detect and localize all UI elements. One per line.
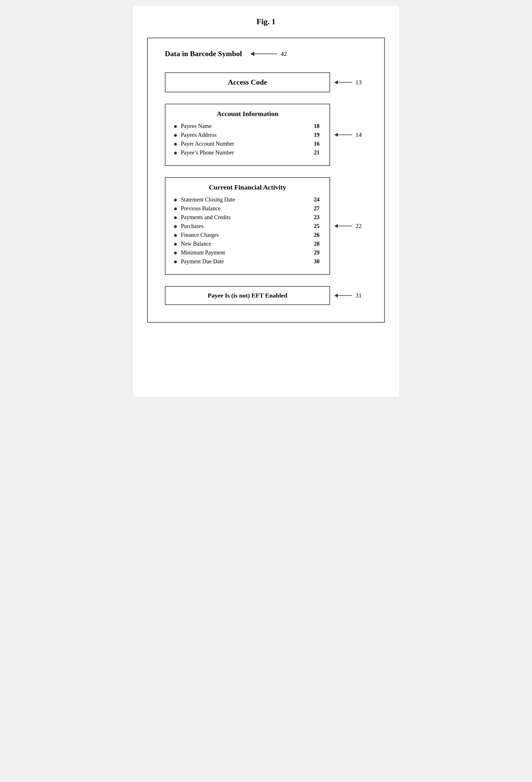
- account-info-box: Account Information Payees Name 18 Payee…: [165, 104, 330, 166]
- bullet-dot-icon: [174, 143, 177, 146]
- list-item: Payments and Credits 23: [174, 214, 321, 221]
- financial-item-text-0: Statement Closing Date: [181, 197, 308, 203]
- eft-box: Payee Is (is not) EFT Enabled: [165, 286, 330, 305]
- barcode-heading-row: Data in Barcode Symbol 42: [165, 49, 367, 58]
- list-item: Finance Charges 26: [174, 232, 321, 238]
- financial-item-text-3: Purchases: [181, 223, 308, 229]
- list-item: Previous Balance 27: [174, 205, 321, 212]
- financial-item-num-2: 23: [314, 214, 321, 221]
- financial-item-text-5: New Balance: [181, 241, 308, 247]
- account-item-text-1: Payees Address: [181, 132, 308, 138]
- list-item: New Balance 28: [174, 241, 321, 247]
- eft-arrow-shaft: [338, 295, 352, 296]
- list-item: Payment Due Date 30: [174, 258, 321, 265]
- access-code-arrow-head-icon: [334, 80, 338, 84]
- bullet-dot-icon: [174, 234, 177, 237]
- access-code-arrow-group: 13: [334, 79, 362, 86]
- bullet-dot-icon: [174, 125, 177, 128]
- arrow-shaft: [254, 54, 277, 54]
- access-code-wrapper: Access Code 13: [165, 72, 367, 92]
- financial-list: Statement Closing Date 24 Previous Balan…: [174, 197, 321, 265]
- financial-item-num-5: 28: [314, 241, 321, 247]
- financial-arrow-group: 22: [334, 222, 362, 230]
- access-code-title: Access Code: [228, 78, 267, 86]
- outer-border: Data in Barcode Symbol 42 Access Code 13: [147, 38, 385, 323]
- barcode-arrow-group: 42: [250, 50, 287, 58]
- list-item: Payee’s Phone Number 21: [174, 149, 321, 156]
- barcode-label-number: 42: [280, 50, 287, 58]
- bullet-dot-icon: [174, 134, 177, 137]
- fig-title: Fig. 1: [139, 17, 393, 26]
- account-info-wrapper: Account Information Payees Name 18 Payee…: [165, 104, 367, 166]
- bullet-dot-icon: [174, 208, 177, 210]
- financial-box: Current Financial Activity Statement Clo…: [165, 177, 330, 275]
- bullet-dot-icon: [174, 216, 177, 219]
- financial-item-num-0: 24: [314, 197, 321, 203]
- account-info-title: Account Information: [174, 110, 321, 118]
- list-item: Statement Closing Date 24: [174, 197, 321, 203]
- financial-item-text-4: Finance Charges: [181, 232, 308, 238]
- financial-item-num-6: 29: [314, 249, 321, 256]
- eft-wrapper: Payee Is (is not) EFT Enabled 31: [165, 286, 367, 305]
- eft-arrow-group: 31: [334, 292, 362, 299]
- financial-wrapper: Current Financial Activity Statement Clo…: [165, 177, 367, 275]
- account-info-label-number: 14: [355, 131, 362, 139]
- financial-arrow-shaft: [338, 226, 352, 226]
- financial-item-num-7: 30: [314, 258, 321, 265]
- financial-item-text-6: Minimum Payment: [181, 249, 308, 256]
- eft-arrow-head-icon: [334, 293, 338, 297]
- account-item-num-0: 18: [314, 123, 321, 130]
- financial-item-num-3: 25: [314, 223, 321, 229]
- eft-title: Payee Is (is not) EFT Enabled: [207, 292, 288, 299]
- arrow-line: [250, 51, 277, 56]
- list-item: Payer Account Number 16: [174, 141, 321, 147]
- bullet-dot-icon: [174, 243, 177, 246]
- bullet-dot-icon: [174, 252, 177, 254]
- financial-arrow-head-icon: [334, 224, 338, 228]
- bullet-dot-icon: [174, 199, 177, 202]
- account-info-arrow-group: 14: [334, 131, 362, 139]
- account-item-num-1: 19: [314, 132, 321, 138]
- list-item: Payees Name 18: [174, 123, 321, 130]
- arrow-head-icon: [250, 51, 254, 56]
- bullet-dot-icon: [174, 152, 177, 154]
- financial-item-text-1: Previous Balance: [181, 205, 308, 212]
- account-item-text-2: Payer Account Number: [181, 141, 308, 147]
- financial-item-text-7: Payment Due Date: [181, 258, 308, 265]
- account-item-num-2: 16: [314, 141, 321, 147]
- account-item-text-0: Payees Name: [181, 123, 308, 130]
- list-item: Payees Address 19: [174, 132, 321, 138]
- list-item: Purchases 25: [174, 223, 321, 229]
- bullet-dot-icon: [174, 225, 177, 228]
- access-code-label-number: 13: [355, 79, 362, 86]
- access-code-box: Access Code: [165, 72, 330, 92]
- account-info-arrow-shaft: [338, 135, 352, 135]
- barcode-title: Data in Barcode Symbol: [165, 49, 242, 58]
- financial-item-num-4: 26: [314, 232, 321, 238]
- account-item-text-3: Payee’s Phone Number: [181, 149, 308, 156]
- list-item: Minimum Payment 29: [174, 249, 321, 256]
- page: Fig. 1 Data in Barcode Symbol 42 Access …: [133, 6, 399, 397]
- eft-label-number: 31: [355, 292, 362, 299]
- account-info-list: Payees Name 18 Payees Address 19 Payer A…: [174, 123, 321, 156]
- financial-item-num-1: 27: [314, 205, 321, 212]
- financial-label-number: 22: [355, 222, 362, 230]
- account-info-arrow-head-icon: [334, 133, 338, 137]
- account-item-num-3: 21: [314, 149, 321, 156]
- bullet-dot-icon: [174, 260, 177, 263]
- financial-item-text-2: Payments and Credits: [181, 214, 308, 221]
- access-code-arrow-shaft: [338, 82, 352, 83]
- financial-title: Current Financial Activity: [174, 183, 321, 191]
